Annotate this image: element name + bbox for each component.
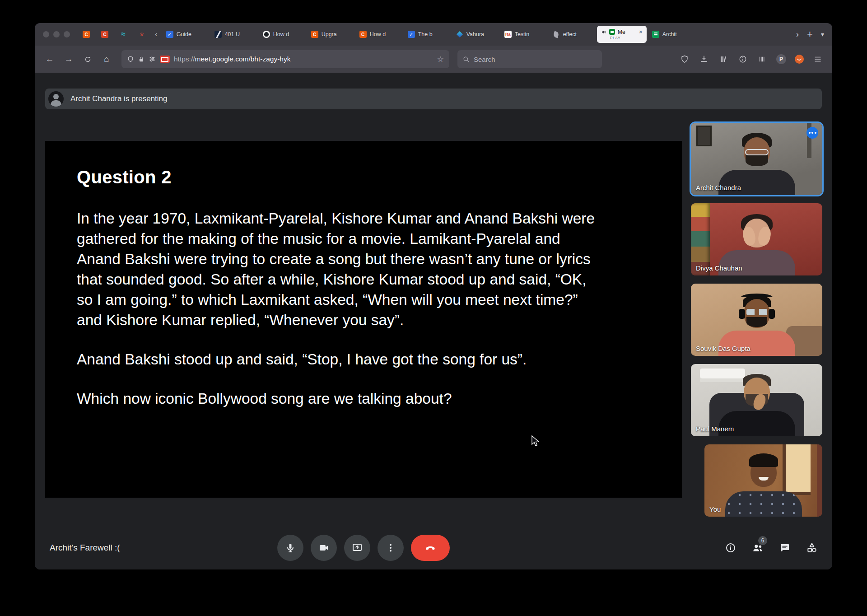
- new-tab-button[interactable]: +: [807, 28, 813, 40]
- list-all-tabs-button[interactable]: ▾: [821, 31, 824, 38]
- pinned-tab-canva-1[interactable]: C: [78, 26, 95, 42]
- url-bar[interactable]: https://meet.google.com/bht-zagy-hyk ☆: [121, 50, 449, 68]
- url-text[interactable]: https://meet.google.com/bht-zagy-hyk: [174, 55, 433, 63]
- chat-icon: [779, 542, 790, 553]
- tab-title: 401 U: [225, 31, 240, 37]
- tab-title: Guide: [177, 31, 191, 37]
- tab-guide[interactable]: ✓ Guide: [162, 26, 209, 43]
- tab-title: Vahura: [466, 31, 484, 37]
- info-icon[interactable]: [737, 54, 748, 65]
- microphone-button[interactable]: [277, 535, 303, 561]
- present-screen-button[interactable]: [344, 535, 370, 561]
- search-input[interactable]: [474, 56, 578, 63]
- close-window-button[interactable]: [43, 31, 49, 37]
- participant-tile-divya[interactable]: Divya Chauhan: [691, 203, 822, 275]
- github-icon: [263, 31, 270, 38]
- library-icon[interactable]: [718, 54, 729, 65]
- tab-title: How d: [273, 31, 289, 37]
- more-options-button[interactable]: [378, 535, 404, 561]
- close-tab-icon[interactable]: ×: [639, 29, 643, 35]
- back-button[interactable]: ←: [42, 51, 57, 67]
- tab-the-b[interactable]: ✓ The b: [404, 26, 451, 43]
- scroll-tabs-right-button[interactable]: ›: [796, 30, 799, 39]
- lock-icon[interactable]: [138, 56, 144, 63]
- headphones-icon: [741, 294, 773, 301]
- sidebar-icon[interactable]: [757, 54, 768, 65]
- tasks-favicon: ✓: [408, 31, 415, 38]
- url-host: meet.google.com: [195, 55, 249, 63]
- pinned-tab-wave[interactable]: ≈: [115, 26, 132, 42]
- tab-testing[interactable]: Ra Testin: [500, 26, 547, 43]
- participant-tile-paul[interactable]: Paul Manem: [691, 364, 822, 436]
- slide-paragraph: Anand Bakshi stood up and said, “Stop, I…: [77, 349, 604, 369]
- profile-icon[interactable]: P: [776, 54, 786, 64]
- toolbar-extensions: P: [679, 54, 825, 65]
- url-path: /bht-zagy-hyk: [248, 55, 290, 63]
- zoom-window-button[interactable]: [64, 31, 70, 37]
- video-background: [817, 444, 822, 517]
- more-options-icon: [385, 542, 396, 553]
- tab-vahura[interactable]: Vahura: [452, 26, 499, 43]
- activities-icon: [806, 542, 818, 554]
- end-call-icon: [424, 542, 436, 554]
- permissions-icon[interactable]: [149, 56, 156, 63]
- camera-button[interactable]: [311, 535, 337, 561]
- tab-title: Upgra: [322, 31, 337, 37]
- sheets-favicon: [652, 31, 659, 38]
- meeting-details-button[interactable]: [725, 542, 736, 554]
- tasks-favicon: ✓: [166, 31, 173, 38]
- show-everyone-button[interactable]: 6: [752, 542, 764, 554]
- microphone-icon: [285, 542, 296, 553]
- tab-audio-playing-icon: [601, 29, 606, 35]
- tab-title: Testin: [515, 31, 530, 37]
- meet-side-panels: 6: [725, 532, 818, 564]
- participant-tile-souvik[interactable]: Souvik Das Gupta: [691, 284, 822, 356]
- reload-button[interactable]: [80, 51, 95, 67]
- mouse-cursor: [531, 435, 541, 447]
- tab-playing-label: PLAY: [601, 36, 643, 40]
- shield-icon[interactable]: [679, 54, 690, 65]
- canva-icon: C: [83, 31, 90, 38]
- browser-window: C C ≈ * ‹ ✓ Guide 401 U How d C Upgra C: [35, 23, 832, 569]
- tracking-protection-shield-icon[interactable]: [127, 56, 134, 63]
- canva-icon: C: [101, 31, 108, 38]
- call-controls: [45, 532, 682, 564]
- participant-tile-archit[interactable]: Archit Chandra: [691, 123, 822, 195]
- tab-meet-active[interactable]: Me × PLAY: [597, 26, 647, 43]
- end-call-button[interactable]: [411, 535, 450, 561]
- reload-icon: [84, 56, 92, 63]
- scroll-tabs-left-button[interactable]: ‹: [152, 30, 161, 39]
- tab-upgrade[interactable]: C Upgra: [307, 26, 354, 43]
- chat-button[interactable]: [779, 542, 791, 554]
- slide-paragraph: Which now iconic Bollywood song are we t…: [77, 388, 604, 409]
- tab-sheets[interactable]: Archit: [648, 26, 695, 43]
- pinned-tab-flower[interactable]: *: [133, 26, 150, 42]
- tab-401[interactable]: 401 U: [210, 26, 257, 43]
- tab-effect[interactable]: effect: [549, 26, 596, 43]
- canva-icon: C: [311, 31, 318, 38]
- menu-icon[interactable]: [812, 54, 823, 65]
- tab-how[interactable]: C How d: [355, 26, 402, 43]
- tab-bar: C C ≈ * ‹ ✓ Guide 401 U How d C Upgra C: [35, 23, 832, 46]
- url-scheme: https://: [174, 55, 195, 63]
- minimize-window-button[interactable]: [53, 31, 60, 37]
- pinned-tab-canva-2[interactable]: C: [96, 26, 113, 42]
- dark-favicon: [214, 31, 222, 38]
- participant-tile-you[interactable]: You: [704, 444, 822, 517]
- tab-github[interactable]: How d: [259, 26, 306, 43]
- home-button[interactable]: ⌂: [99, 51, 114, 67]
- tab-title: The b: [418, 31, 433, 37]
- extension-icon[interactable]: [795, 55, 804, 64]
- presenter-avatar: [48, 91, 64, 107]
- screen-sharing-indicator-icon[interactable]: [160, 56, 170, 63]
- tab-title: Archit: [662, 31, 677, 37]
- downloads-icon[interactable]: [699, 54, 709, 65]
- search-bar[interactable]: [457, 50, 602, 68]
- activities-button[interactable]: [806, 542, 818, 554]
- tab-title: Me: [618, 29, 625, 35]
- forward-button[interactable]: →: [61, 51, 76, 67]
- participant-count-badge: 6: [758, 536, 767, 545]
- bookmark-star-icon[interactable]: ☆: [437, 55, 444, 64]
- feather-icon: [553, 31, 560, 38]
- presentation-slide: Question 2 In the year 1970, Laxmikant-P…: [45, 141, 682, 498]
